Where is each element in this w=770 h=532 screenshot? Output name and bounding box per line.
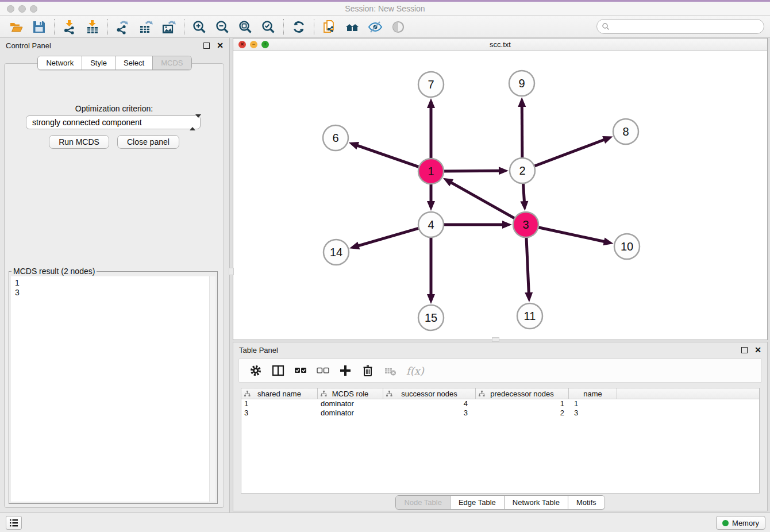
open-session-button[interactable]: [5, 18, 28, 36]
deselect-all-icon[interactable]: [317, 364, 329, 377]
split-panel-icon[interactable]: [272, 364, 284, 377]
graph-edge-arrowhead: [427, 98, 435, 108]
criterion-dropdown[interactable]: strongly connected component: [26, 115, 201, 129]
task-history-button[interactable]: [6, 516, 22, 530]
graph-edge-3-11[interactable]: [526, 236, 529, 294]
refresh-view-button[interactable]: [287, 18, 310, 36]
graph-node-label: 10: [621, 240, 633, 253]
search-box[interactable]: [596, 19, 764, 34]
graph-edge-1-6[interactable]: [357, 145, 421, 168]
column-header-successor-nodes[interactable]: successor nodes: [383, 388, 476, 399]
zoom-in-button[interactable]: [188, 18, 211, 36]
function-builder-icon-disabled: f(x): [406, 365, 424, 377]
export-network-button[interactable]: [111, 18, 134, 36]
save-session-button[interactable]: [28, 18, 51, 36]
column-header-shared-name[interactable]: shared name: [241, 388, 318, 399]
zoom-selected-button[interactable]: [257, 18, 280, 36]
table-row[interactable]: 1dominator411: [241, 399, 759, 408]
mcds-result-scrollbar[interactable]: [209, 276, 215, 502]
mcds-result-box: MCDS result (2 nodes) 1 3: [9, 271, 218, 504]
delete-column-icon[interactable]: [361, 364, 374, 377]
table-panel-title: Table Panel: [239, 346, 278, 354]
import-network-button[interactable]: [58, 18, 81, 36]
horizontal-splitter-grip[interactable]: [492, 337, 499, 342]
table-cell: 3: [241, 408, 318, 418]
search-input[interactable]: [610, 21, 764, 32]
graph-edge-2-8[interactable]: [533, 140, 605, 167]
graph-edge-1-2[interactable]: [442, 171, 500, 171]
network-view-window: ✕ − + scc.txt 7968124314101511: [233, 38, 768, 340]
graph-edge-3-1[interactable]: [451, 182, 516, 219]
toolbar-separator: [184, 19, 184, 35]
show-hidden-button[interactable]: [387, 18, 410, 36]
table-cell: 2: [476, 408, 569, 418]
clone-network-button[interactable]: [318, 18, 341, 36]
tab-style[interactable]: Style: [82, 56, 116, 70]
tab-select[interactable]: Select: [116, 56, 153, 70]
close-panel-icon[interactable]: ✕: [217, 43, 224, 49]
close-table-panel-icon[interactable]: ✕: [754, 347, 761, 353]
network-window-titlebar[interactable]: ✕ − + scc.txt: [233, 38, 767, 51]
float-panel-icon[interactable]: [203, 43, 210, 49]
vertical-splitter-grip[interactable]: [229, 268, 234, 275]
float-table-panel-icon[interactable]: [741, 347, 748, 353]
memory-label: Memory: [732, 519, 759, 527]
zoom-fit-button[interactable]: [234, 18, 257, 36]
zoom-out-button[interactable]: [211, 18, 234, 36]
run-mcds-button[interactable]: Run MCDS: [49, 135, 109, 149]
graph-edge-arrowhead: [520, 201, 528, 211]
table-tabs: Node Table Edge Table Network Table Moti…: [233, 495, 767, 510]
status-bar: Memory: [0, 512, 770, 532]
houses-icon: [345, 20, 360, 34]
show-all-networks-button[interactable]: [341, 18, 364, 36]
graph-edge-4-14[interactable]: [357, 228, 420, 246]
memory-button[interactable]: Memory: [716, 516, 765, 530]
export-table-button[interactable]: [134, 18, 157, 36]
graph-edge-3-10[interactable]: [537, 227, 605, 242]
table-cell: 1: [476, 399, 569, 408]
criterion-value: strongly connected component: [32, 118, 142, 127]
tab-edge-table[interactable]: Edge Table: [451, 496, 505, 509]
graph-node-label: 8: [622, 125, 629, 138]
gear-icon[interactable]: [249, 364, 262, 377]
graph-edge-arrowhead: [525, 292, 533, 302]
table-row[interactable]: 3dominator323: [241, 408, 759, 418]
main-toolbar: [0, 16, 770, 38]
select-all-icon[interactable]: [294, 364, 307, 377]
network-window-title: scc.txt: [233, 40, 767, 49]
optimization-criterion-label: Optimization criterion:: [5, 104, 224, 113]
graph-node-label: 1: [428, 165, 434, 178]
toolbar-separator: [107, 19, 108, 35]
network-graph[interactable]: 7968124314101511: [233, 51, 767, 340]
tab-network[interactable]: Network: [38, 56, 82, 70]
graph-edge-arrowhead: [603, 238, 613, 246]
graph-node-label: 7: [428, 78, 434, 91]
search-icon: [602, 22, 610, 30]
window-title: Session: New Session: [0, 4, 770, 13]
add-column-icon[interactable]: [339, 364, 352, 377]
toolbar-separator: [314, 19, 314, 35]
eye-disabled-icon: [391, 20, 406, 34]
graph-edge-2-9[interactable]: [522, 106, 522, 160]
tab-motifs[interactable]: Motifs: [568, 496, 605, 509]
hide-selected-button[interactable]: [364, 18, 387, 36]
column-header-mcds-role[interactable]: MCDS role: [318, 388, 383, 399]
import-table-button[interactable]: [81, 18, 104, 36]
column-header-predecessor-nodes[interactable]: predecessor nodes: [476, 388, 569, 399]
export-table-icon: [138, 20, 153, 34]
list-icon: [9, 518, 19, 527]
column-header-name[interactable]: name: [569, 388, 617, 399]
close-panel-button[interactable]: Close panel: [117, 135, 179, 149]
app-titlebar: Session: New Session: [0, 0, 770, 16]
window-accent-strip: [0, 0, 770, 2]
column-tree-icon: [244, 391, 251, 397]
tab-node-table[interactable]: Node Table: [396, 496, 451, 509]
export-image-button[interactable]: [157, 18, 180, 36]
tab-mcds[interactable]: MCDS: [153, 56, 191, 70]
graph-edge-2-3[interactable]: [523, 182, 524, 202]
table-toolbar: f(x): [238, 358, 762, 383]
tab-network-table[interactable]: Network Table: [505, 496, 568, 509]
mcds-result-text[interactable]: 1 3: [11, 276, 215, 502]
zoom-in-icon: [192, 20, 207, 34]
open-folder-icon: [9, 20, 24, 34]
